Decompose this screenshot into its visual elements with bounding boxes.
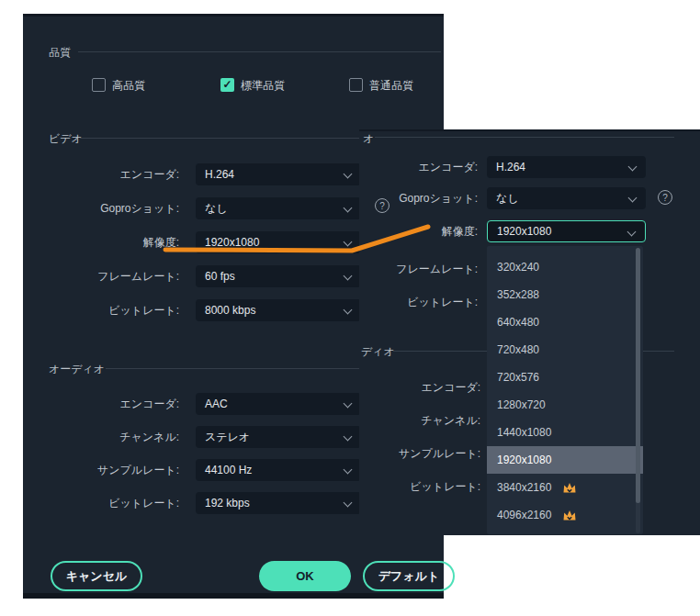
resolution-value: 1920x1080 — [205, 236, 259, 249]
ok-button[interactable]: OK — [259, 561, 351, 591]
check-icon: ✓ — [222, 78, 231, 92]
video-section-title-partial: オ — [363, 131, 374, 147]
chevron-down-icon — [344, 170, 353, 179]
option-label: 352x288 — [497, 288, 539, 301]
audio-encoder-label: エンコーダ: — [359, 376, 480, 398]
encoder-select[interactable]: H.264 — [487, 156, 646, 178]
chevron-down-icon — [628, 194, 638, 203]
channel-select[interactable]: ステレオ — [196, 426, 361, 448]
checkbox-label: 標準品質 — [241, 78, 285, 93]
option-label: 3840x2160 — [497, 481, 551, 494]
samplerate-value: 44100 Hz — [205, 464, 252, 476]
framerate-select[interactable]: 60 fps — [196, 265, 361, 287]
dropdown-scrollbar-track[interactable] — [636, 248, 640, 533]
canvas: 品質 高品質 ✓ 標準品質 普通品質 ビデオ エンコーダ: H.264 Gopr… — [0, 0, 700, 616]
samplerate-label: サンプルレート: — [41, 459, 179, 481]
dropdown-option-premium[interactable]: 4096x2160 — [487, 501, 643, 529]
quality-section-title: 品質 — [49, 45, 71, 61]
checkbox-high-quality[interactable] — [92, 78, 106, 92]
framerate-label: フレームレート: — [359, 258, 478, 280]
dropdown-option[interactable]: 1280x720 — [487, 391, 643, 419]
encoder-label: エンコーダ: — [359, 156, 478, 178]
option-label: 1920x1080 — [497, 454, 551, 466]
checkbox-normal-quality[interactable] — [349, 78, 363, 92]
dropdown-option[interactable]: 1440x1080 — [487, 419, 643, 446]
gopro-shot-select[interactable]: なし — [487, 187, 646, 209]
dropdown-option-premium[interactable]: 3840x2160 — [487, 474, 643, 501]
bitrate-label: ビットレート: — [359, 291, 478, 313]
option-label: 720x576 — [497, 371, 539, 384]
gopro-shot-value: なし — [205, 201, 228, 217]
resolution-select[interactable]: 1920x1080 — [196, 231, 361, 253]
chevron-down-icon — [344, 204, 353, 213]
video-section-title: ビデオ — [49, 131, 83, 147]
bitrate-value: 8000 kbps — [205, 304, 255, 317]
encoder-value: H.264 — [496, 161, 525, 174]
audio-section-title-partial: ディオ — [361, 344, 395, 360]
framerate-label: フレームレート: — [41, 265, 179, 287]
chevron-down-icon — [344, 238, 353, 247]
gopro-shot-label: Goproショット: — [41, 197, 179, 219]
chevron-down-icon — [628, 162, 638, 172]
question-glyph: ? — [379, 201, 385, 211]
samplerate-select[interactable]: 44100 Hz — [196, 459, 361, 481]
chevron-down-icon — [344, 432, 353, 442]
samplerate-label: サンプルレート: — [359, 442, 480, 465]
option-label: 4096x2160 — [497, 509, 551, 521]
option-label: 320x240 — [497, 261, 539, 274]
crown-icon — [562, 510, 577, 521]
dropdown-option[interactable]: 640x480 — [487, 308, 643, 336]
section-divider — [375, 137, 674, 138]
encoder-label: エンコーダ: — [41, 163, 179, 185]
audio-section-title: オーディオ — [49, 362, 105, 377]
gopro-shot-value: なし — [496, 191, 519, 207]
encoder-value: H.264 — [205, 168, 234, 181]
framerate-value: 60 fps — [205, 270, 235, 283]
audio-encoder-label: エンコーダ: — [41, 393, 179, 415]
audio-bitrate-label: ビットレート: — [359, 476, 480, 498]
resolution-dropdown-list: 320x240 352x288 640x480 720x480 720x576 … — [487, 246, 643, 534]
resolution-label: 解像度: — [359, 220, 478, 242]
option-label: 1280x720 — [497, 398, 546, 411]
default-button[interactable]: デフォルト — [363, 561, 455, 591]
channel-label: チャンネル: — [359, 409, 480, 431]
chevron-down-icon — [344, 272, 353, 281]
option-label: 1440x1080 — [497, 426, 551, 439]
question-glyph: ? — [662, 193, 668, 203]
audio-encoder-value: AAC — [205, 398, 228, 410]
channel-value: ステレオ — [205, 430, 250, 445]
option-label: 720x480 — [497, 343, 539, 356]
bitrate-select[interactable]: 8000 kbps — [196, 299, 361, 321]
checkbox-label: 普通品質 — [369, 78, 413, 93]
bitrate-label: ビットレート: — [41, 299, 179, 321]
dropdown-option[interactable]: 352x288 — [487, 281, 643, 308]
help-icon[interactable]: ? — [375, 198, 390, 213]
section-divider — [78, 51, 441, 52]
dropdown-option[interactable]: 320x240 — [487, 253, 643, 281]
channel-label: チャンネル: — [41, 426, 179, 448]
cancel-button[interactable]: キャンセル — [51, 561, 142, 591]
checkbox-standard-quality[interactable]: ✓ — [220, 78, 234, 92]
audio-bitrate-label: ビットレート: — [41, 492, 179, 514]
dropdown-option[interactable]: 720x480 — [487, 336, 643, 364]
dropdown-scrollbar-thumb[interactable] — [636, 248, 640, 503]
export-settings-inset-panel: オ エンコーダ: H.264 Goproショット: なし ? 解像度: 1920… — [359, 129, 700, 535]
resolution-label: 解像度: — [41, 231, 179, 253]
chevron-down-icon — [344, 306, 353, 315]
chevron-down-icon — [627, 228, 637, 237]
checkbox-label: 高品質 — [112, 78, 145, 93]
help-icon[interactable]: ? — [658, 190, 672, 205]
audio-bitrate-select[interactable]: 192 kbps — [196, 492, 361, 514]
chevron-down-icon — [344, 465, 353, 475]
dropdown-option-selected[interactable]: 1920x1080 — [487, 446, 643, 474]
audio-encoder-select[interactable]: AAC — [196, 393, 361, 415]
resolution-value: 1920x1080 — [497, 225, 551, 238]
dropdown-option[interactable]: 720x576 — [487, 364, 643, 391]
gopro-shot-select[interactable]: なし — [196, 197, 361, 219]
audio-bitrate-value: 192 kbps — [205, 497, 250, 510]
resolution-select-open[interactable]: 1920x1080 — [487, 220, 646, 242]
chevron-down-icon — [344, 399, 353, 409]
encoder-select[interactable]: H.264 — [196, 163, 361, 185]
chevron-down-icon — [344, 498, 353, 508]
crown-icon — [562, 482, 577, 494]
